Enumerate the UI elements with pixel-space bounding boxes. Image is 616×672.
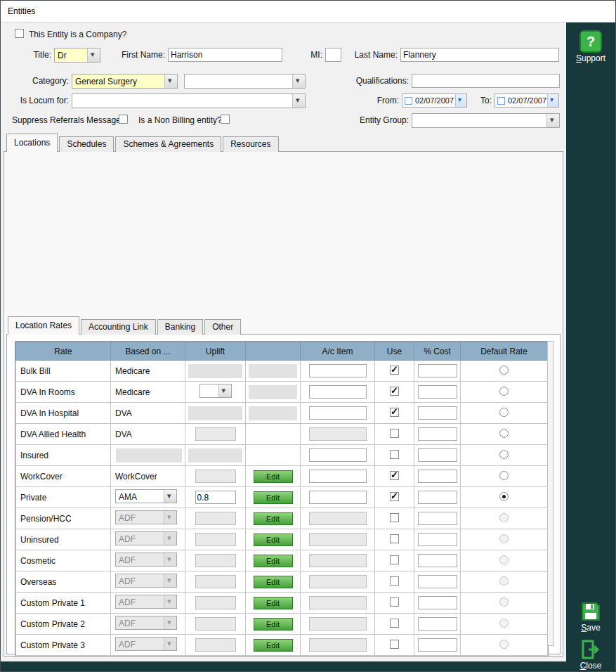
percent-cost-input[interactable]: [418, 364, 457, 377]
tab-accounting-link[interactable]: Accounting Link: [81, 319, 156, 335]
edit-button[interactable]: Edit: [254, 555, 293, 567]
tab-schemes-agreements[interactable]: Schemes & Agreements: [115, 136, 221, 152]
percent-cost-input[interactable]: [418, 617, 457, 631]
use-checkbox[interactable]: [390, 534, 399, 543]
uplift-input[interactable]: [195, 491, 236, 504]
support-command[interactable]: ? Support: [566, 30, 615, 63]
default-rate-radio[interactable]: [499, 492, 509, 501]
based-on-select[interactable]: AMA: [115, 489, 177, 503]
uplift-select[interactable]: [199, 384, 232, 398]
ac-item-input[interactable]: [309, 448, 367, 462]
ac-item-input[interactable]: [309, 406, 367, 420]
non-billing-checkbox[interactable]: [221, 115, 230, 124]
tab-schedules[interactable]: Schedules: [59, 136, 114, 152]
percent-cost-input[interactable]: [418, 554, 457, 567]
percent-cost-input[interactable]: [418, 427, 457, 441]
use-checkbox[interactable]: [390, 513, 399, 522]
percent-cost-input[interactable]: [418, 448, 457, 462]
title-select[interactable]: Dr: [54, 48, 100, 63]
support-icon: ?: [579, 30, 603, 53]
percent-cost-input[interactable]: [418, 385, 457, 399]
default-rate-radio: [499, 576, 509, 586]
default-rate-radio[interactable]: [499, 450, 509, 459]
action-disabled-field: [249, 385, 297, 399]
use-checkbox[interactable]: [390, 387, 399, 396]
default-rate-radio[interactable]: [499, 471, 509, 480]
close-exit-icon: [579, 638, 602, 661]
use-checkbox[interactable]: [390, 366, 399, 375]
tab-locations[interactable]: Locations: [6, 134, 58, 152]
title-bar: Entities: [1, 1, 615, 22]
tab-other[interactable]: Other: [204, 319, 241, 335]
category-select[interactable]: General Surgery: [72, 74, 178, 89]
uplift-input: [195, 533, 236, 546]
edit-button[interactable]: Edit: [254, 597, 293, 609]
use-checkbox[interactable]: [390, 640, 399, 649]
percent-cost-input[interactable]: [418, 470, 457, 483]
ac-item-input[interactable]: [309, 470, 367, 483]
rate-name-cell: DVA Allied Health: [16, 424, 111, 445]
tab-location-rates[interactable]: Location Rates: [8, 316, 79, 335]
use-checkbox[interactable]: [390, 492, 399, 501]
ac-item-input[interactable]: [309, 491, 367, 504]
default-rate-radio[interactable]: [499, 387, 509, 396]
percent-cost-input[interactable]: [418, 512, 457, 525]
rates-body: Bulk BillMedicareDVA In RoomsMedicareDVA…: [16, 361, 548, 656]
qualifications-input[interactable]: [412, 74, 560, 88]
edit-button[interactable]: Edit: [254, 534, 293, 546]
based-on-cell: Medicare: [111, 382, 185, 403]
chevron-down-icon: [164, 532, 176, 545]
save-command[interactable]: Save: [566, 600, 615, 633]
subcategory-select[interactable]: [184, 74, 306, 89]
use-checkbox[interactable]: [390, 450, 399, 459]
edit-button[interactable]: Edit: [254, 491, 293, 504]
calendar-dropdown-icon[interactable]: [547, 94, 558, 107]
use-checkbox[interactable]: [390, 429, 399, 438]
rates-table: RateBased on ...UpliftA/c ItemUse% CostD…: [15, 341, 549, 657]
is-locum-select[interactable]: [72, 93, 306, 108]
use-checkbox[interactable]: [390, 619, 399, 628]
default-rate-radio[interactable]: [499, 366, 509, 375]
use-checkbox[interactable]: [390, 408, 399, 417]
calendar-dropdown-icon[interactable]: [455, 94, 466, 107]
use-checkbox[interactable]: [390, 555, 399, 564]
percent-cost-input[interactable]: [418, 533, 457, 546]
ac-item-input[interactable]: [309, 364, 367, 377]
to-date-picker[interactable]: 02/07/2007: [494, 93, 559, 108]
company-label: This Entity is a Company?: [29, 30, 126, 39]
entity-group-select[interactable]: [412, 113, 560, 128]
from-date-checkbox[interactable]: [405, 97, 412, 105]
edit-button[interactable]: Edit: [254, 576, 293, 588]
last-name-input[interactable]: [400, 48, 559, 62]
default-rate-radio[interactable]: [499, 408, 509, 417]
use-checkbox[interactable]: [390, 471, 399, 480]
tab-resources[interactable]: Resources: [223, 136, 278, 152]
from-date-picker[interactable]: 02/07/2007: [402, 93, 467, 108]
company-checkbox[interactable]: [15, 29, 24, 38]
percent-cost-input[interactable]: [418, 575, 457, 588]
edit-button[interactable]: Edit: [254, 618, 293, 631]
use-checkbox[interactable]: [390, 597, 399, 607]
uplift-input: [195, 470, 236, 483]
percent-cost-input[interactable]: [418, 638, 457, 652]
ac-item-input[interactable]: [309, 385, 367, 399]
first-name-input[interactable]: [168, 48, 282, 62]
qualifications-label: Qualifications:: [352, 76, 409, 86]
edit-button[interactable]: Edit: [254, 470, 293, 483]
percent-cost-input[interactable]: [418, 596, 457, 609]
percent-cost-input[interactable]: [418, 491, 457, 504]
based-on-cell: WorkCover: [111, 466, 185, 487]
mi-input[interactable]: [325, 48, 341, 62]
default-rate-radio[interactable]: [499, 429, 509, 438]
close-command[interactable]: Close: [566, 638, 615, 671]
edit-button[interactable]: Edit: [254, 512, 293, 525]
suppress-referrals-checkbox[interactable]: [119, 115, 128, 124]
rate-row: CosmeticADFEdit: [16, 550, 548, 571]
edit-button[interactable]: Edit: [254, 639, 293, 652]
rate-name-cell: Overseas: [16, 571, 111, 593]
use-checkbox[interactable]: [390, 576, 399, 586]
percent-cost-input[interactable]: [418, 406, 457, 420]
table-scrollbar[interactable]: [547, 341, 554, 646]
tab-banking[interactable]: Banking: [157, 319, 203, 335]
to-date-checkbox[interactable]: [497, 97, 505, 105]
